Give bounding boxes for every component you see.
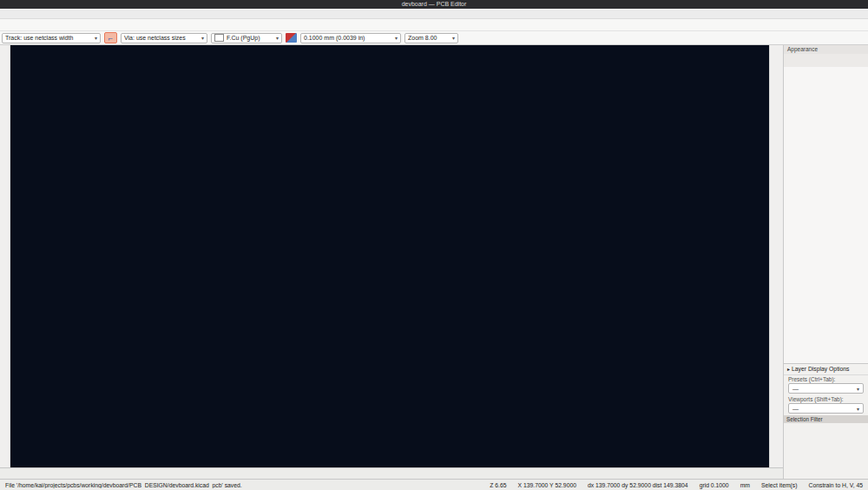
left-toolbar bbox=[0, 45, 10, 467]
selection-filter-title: Selection Filter bbox=[784, 415, 868, 423]
layer-pair-icon[interactable] bbox=[286, 33, 297, 43]
zoom-select[interactable]: Zoom 8.00 ▾ bbox=[404, 33, 458, 43]
controls-toolbar: Track: use netclass width ▾ ⌐ Via: use n… bbox=[0, 31, 868, 45]
window-titlebar[interactable]: devboard — PCB Editor bbox=[0, 0, 868, 9]
right-toolbar bbox=[769, 45, 783, 467]
presets-select[interactable]: — ▾ bbox=[788, 383, 864, 394]
layer-display-options[interactable]: ▸Layer Display Options bbox=[784, 363, 868, 375]
pcb-canvas[interactable] bbox=[10, 45, 769, 467]
grid-value: 0.1000 mm (0.0039 in) bbox=[304, 35, 365, 41]
presets-label: Presets (Ctrl+Tab): bbox=[788, 376, 835, 382]
layer-color-swatch bbox=[214, 34, 224, 42]
auto-track-width-toggle[interactable]: ⌐ bbox=[104, 32, 117, 43]
chevron-down-icon: ▾ bbox=[95, 35, 97, 41]
status-units: mm bbox=[740, 482, 750, 488]
chevron-down-icon: ▾ bbox=[395, 35, 398, 41]
status-grid: grid 0.1000 bbox=[700, 482, 729, 488]
layers-list bbox=[784, 67, 868, 363]
status-bar: File '/home/kai/projects/pcbs/working/de… bbox=[0, 479, 868, 490]
appearance-tabs bbox=[784, 54, 868, 68]
grid-select[interactable]: 0.1000 mm (0.0039 in) ▾ bbox=[300, 33, 401, 43]
active-layer-select[interactable]: F.Cu (PgUp) ▾ bbox=[211, 33, 282, 43]
menu-bar bbox=[0, 9, 868, 19]
chevron-down-icon: ▾ bbox=[857, 386, 859, 392]
track-width-select[interactable]: Track: use netclass width ▾ bbox=[2, 33, 101, 43]
status-hint: Select item(s) bbox=[761, 482, 798, 488]
chevron-down-icon: ▾ bbox=[276, 35, 279, 41]
chevron-down-icon: ▾ bbox=[201, 35, 204, 41]
expand-arrow-icon: ▸ bbox=[787, 367, 790, 372]
viewports-select[interactable]: — ▾ bbox=[788, 403, 864, 414]
via-size-value: Via: use netclass sizes bbox=[124, 35, 186, 41]
status-delta: dx 139.7000 dy 52.9000 dist 149.3804 bbox=[588, 482, 688, 488]
window-title: devboard — PCB Editor bbox=[402, 1, 467, 7]
status-cursor: X 139.7000 Y 52.9000 bbox=[518, 482, 576, 488]
chevron-down-icon: ▾ bbox=[452, 35, 455, 41]
status-zoom: Z 6.65 bbox=[490, 482, 506, 488]
status-constrain: Constrain to H, V, 45 bbox=[809, 482, 863, 488]
zoom-value: Zoom 8.00 bbox=[408, 35, 437, 41]
viewports-label: Viewports (Shift+Tab): bbox=[788, 396, 844, 402]
active-layer-value: F.Cu (PgUp) bbox=[227, 35, 260, 41]
via-size-select[interactable]: Via: use netclass sizes ▾ bbox=[121, 33, 207, 43]
chevron-down-icon: ▾ bbox=[857, 406, 859, 412]
appearance-panel: Appearance ▸Layer Display Options Preset… bbox=[783, 45, 868, 479]
main-toolbar bbox=[0, 19, 868, 31]
pcb-board bbox=[10, 45, 769, 467]
track-width-value: Track: use netclass width bbox=[5, 35, 73, 41]
board-stats-bar bbox=[0, 467, 783, 479]
status-message: File '/home/kai/projects/pcbs/working/de… bbox=[5, 482, 478, 488]
